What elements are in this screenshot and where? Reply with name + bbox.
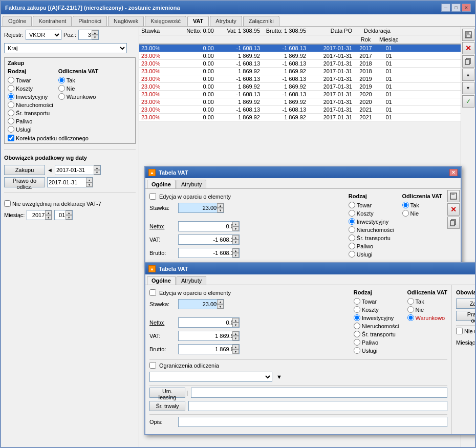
prawo-down[interactable]: ▼	[86, 182, 93, 187]
modal1-stawka-up[interactable]: ▲	[217, 203, 224, 208]
modal2-edycja-checkbox[interactable]	[149, 289, 156, 296]
table-row[interactable]: 23.00% 0.00 1 869.92 1 869.92 2017-01-31…	[139, 114, 461, 121]
month-down[interactable]: ▼	[66, 215, 72, 220]
modal2-stawka-down[interactable]: ▼	[217, 304, 224, 309]
m2-towar[interactable]: Towar	[354, 298, 399, 305]
table-row[interactable]: 23.00% 0.00 -1 608.13 -1 608.13 2017-01-…	[139, 91, 461, 98]
rodzaj-koszty[interactable]: Koszty	[8, 85, 53, 92]
modal2-vat-down[interactable]: ▼	[232, 336, 239, 340]
tab-kontrahent[interactable]: Kontrahent	[33, 16, 72, 26]
year-up[interactable]: ▲	[45, 210, 52, 215]
modal1-brutto-up[interactable]: ▲	[232, 248, 239, 253]
rodzaj-towar[interactable]: Towar	[8, 77, 53, 83]
m1-koszty[interactable]: Koszty	[349, 210, 394, 217]
modal2-netto-down[interactable]: ▼	[232, 323, 239, 327]
modal1-save-btn[interactable]	[447, 190, 460, 202]
m2-sr-transportu[interactable]: Śr. transportu	[354, 331, 399, 337]
modal1-tab-ogolne[interactable]: Ogólne	[147, 180, 176, 188]
modal2-sr-trwaly-input[interactable]	[188, 401, 447, 411]
modal2-stawka-up[interactable]: ▲	[217, 300, 224, 304]
tab-vat[interactable]: VAT	[187, 16, 209, 26]
table-row[interactable]: 23.00% 0.00 1 869.92 1 869.92 2017-01-31…	[139, 83, 461, 91]
prawo-up[interactable]: ▲	[86, 178, 93, 182]
modal2-vat-up[interactable]: ▲	[232, 331, 239, 336]
m2-koszty[interactable]: Koszty	[354, 306, 399, 313]
m1-inwestycyjny[interactable]: Inwestycyjny	[349, 218, 394, 225]
delete-button[interactable]: ✕	[462, 42, 474, 54]
rodzaj-nieruchomosci[interactable]: Nieruchomości	[8, 101, 53, 108]
modal2-netto-up[interactable]: ▲	[232, 318, 239, 323]
m2-tak[interactable]: Tak	[407, 298, 447, 305]
rejestr-select[interactable]: VKOR	[26, 30, 61, 40]
table-row[interactable]: 23.00% 0.00 -1 608.13 -1 608.13 2017-01-…	[139, 75, 461, 83]
m1-sr-transportu[interactable]: Śr. transportu	[349, 234, 394, 241]
zakupu-btn[interactable]: Zakupu	[4, 165, 45, 175]
table-row[interactable]: 23.00% 0.00 -1 608.13 -1 608.13 2017-01-…	[139, 106, 461, 114]
modal2-um-leasing-btn[interactable]: Um. leasing	[149, 388, 185, 398]
modal1-vat-up[interactable]: ▲	[232, 235, 239, 240]
modal2-ograniczenia-checkbox[interactable]	[149, 362, 156, 369]
nie-uwzgledniaj-checkbox[interactable]	[4, 200, 11, 207]
tab-platnosci[interactable]: Płatności	[73, 16, 107, 26]
prawo-btn[interactable]: Prawo do odlicz.	[4, 177, 45, 187]
modal1-close-btn[interactable]: ✕	[449, 169, 458, 176]
rodzaj-inwestycyjny[interactable]: Inwestycyjny	[8, 93, 53, 100]
m2-uslugi[interactable]: Usługi	[354, 347, 399, 354]
modal2-brutto-down[interactable]: ▼	[232, 349, 239, 354]
zakupu-down[interactable]: ▼	[94, 170, 100, 175]
modal2-nie-uwzgledniaj-checkbox[interactable]	[456, 328, 463, 334]
rodzaj-uslugi[interactable]: Usługi	[8, 126, 53, 133]
modal2-netto-input[interactable]	[178, 317, 240, 328]
tab-naglowek[interactable]: Nagłówek	[108, 16, 144, 26]
m2-nieruchomosci[interactable]: Nieruchomości	[354, 323, 399, 329]
copy-button[interactable]	[462, 55, 474, 68]
odliczenia-tak[interactable]: Tak	[58, 77, 98, 83]
modal1-vat-down[interactable]: ▼	[232, 240, 239, 244]
odliczenia-nie[interactable]: Nie	[58, 85, 98, 92]
table-row[interactable]: 23.00% 0.00 1 869.92 1 869.92 2017-01-31…	[139, 68, 461, 75]
modal1-brutto-down[interactable]: ▼	[232, 253, 239, 258]
zakupu-up[interactable]: ▲	[94, 165, 100, 170]
modal1-netto-up[interactable]: ▲	[232, 222, 239, 226]
modal1-netto-down[interactable]: ▼	[232, 226, 239, 231]
m2-warunkowo[interactable]: Warunkowo	[407, 314, 447, 321]
month-up[interactable]: ▲	[66, 210, 72, 215]
tab-ogolne[interactable]: Ogólne	[3, 16, 32, 26]
modal1-netto-input[interactable]	[178, 221, 240, 231]
save-button[interactable]	[462, 29, 474, 41]
modal1-tab-atrybuty[interactable]: Atrybuty	[177, 180, 206, 188]
modal2-netto-label[interactable]: Netto:	[149, 319, 175, 326]
arrow-down-button[interactable]: ▼	[462, 82, 474, 94]
table-row[interactable]: 23.00% 0.00 1 869.92 1 869.92 2017-01-31…	[139, 98, 461, 106]
year-down[interactable]: ▼	[45, 215, 52, 220]
m1-paliwo[interactable]: Paliwo	[349, 243, 394, 249]
m1-tak[interactable]: Tak	[402, 202, 442, 208]
modal2-sr-trwaly-btn[interactable]: Śr. trwały	[149, 401, 185, 411]
table-row[interactable]: 23.00% 0.00 -1 608.13 -1 608.13 2017-01-…	[139, 45, 461, 52]
modal2-opis-input[interactable]	[178, 417, 447, 427]
modal2-tab-atrybuty[interactable]: Atrybuty	[177, 276, 206, 285]
korekta-checkbox[interactable]	[8, 135, 14, 141]
arrow-up-button[interactable]: ▲	[462, 69, 474, 81]
modal1-copy-btn[interactable]	[447, 217, 460, 229]
m2-inwestycyjny[interactable]: Inwestycyjny	[354, 314, 399, 321]
m2-paliwo[interactable]: Paliwo	[354, 339, 399, 346]
table-row[interactable]: 23.00% 0.00 -1 608.13 -1 608.13 2017-01-…	[139, 60, 461, 68]
close-button[interactable]: ✕	[462, 4, 471, 12]
tab-zalaczniki[interactable]: Załączniki	[243, 16, 279, 26]
rodzaj-paliwo[interactable]: Paliwo	[8, 118, 53, 124]
table-row[interactable]: 23.00% 0.00 1 869.92 1 869.92 2017-01-31…	[139, 52, 461, 60]
rodzaj-sr-transportu[interactable]: Śr. transportu	[8, 110, 53, 116]
tab-atrybuty[interactable]: Atrybuty	[210, 16, 242, 26]
poz-up-arrow[interactable]: ▲	[92, 30, 98, 35]
modal1-brutto-input[interactable]	[178, 248, 240, 258]
modal2-brutto-up[interactable]: ▲	[232, 345, 239, 349]
m1-towar[interactable]: Towar	[349, 202, 394, 208]
modal2-zakupu-btn[interactable]: Zakupu	[456, 298, 475, 309]
modal2-vat-input[interactable]	[178, 331, 240, 341]
poz-down-arrow[interactable]: ▼	[92, 35, 98, 39]
modal2-ograniczenia-select[interactable]	[149, 372, 272, 382]
modal1-vat-input[interactable]	[178, 234, 240, 245]
m1-nie[interactable]: Nie	[402, 210, 442, 217]
m1-nieruchomosci[interactable]: Nieruchomości	[349, 226, 394, 233]
